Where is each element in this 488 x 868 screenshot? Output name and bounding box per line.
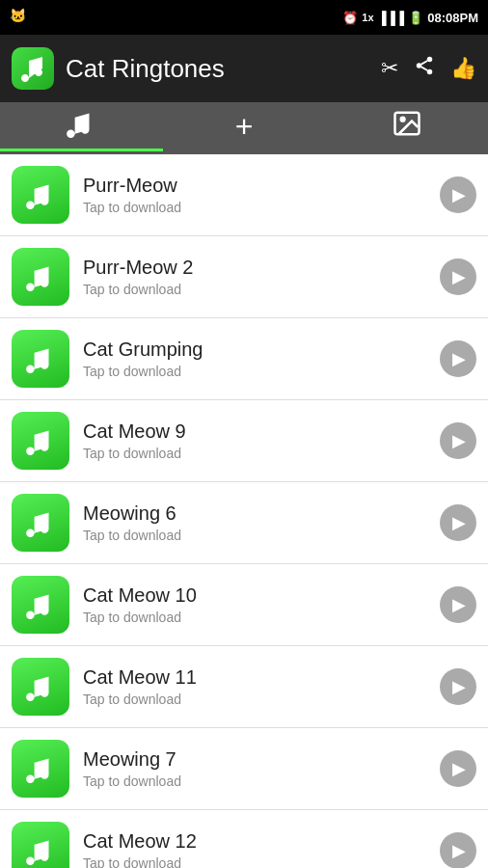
chevron-right-icon: ▶ — [452, 184, 466, 205]
item-title-8: Cat Meow 12 — [83, 830, 440, 853]
item-subtitle-5: Tap to download — [83, 610, 440, 625]
item-arrow-7[interactable]: ▶ — [440, 750, 476, 787]
svg-line-4 — [421, 61, 427, 65]
chevron-right-icon: ▶ — [452, 676, 466, 697]
svg-point-6 — [400, 118, 404, 122]
svg-point-0 — [427, 57, 433, 63]
item-subtitle-2: Tap to download — [83, 364, 440, 379]
item-arrow-3[interactable]: ▶ — [440, 422, 476, 459]
item-text-6: Cat Meow 11 Tap to download — [83, 666, 440, 707]
item-text-8: Cat Meow 12 Tap to download — [83, 830, 440, 868]
list-item[interactable]: Purr-Meow 2 Tap to download ▶ — [0, 236, 488, 318]
gallery-tab-icon — [393, 109, 421, 145]
chevron-right-icon: ▶ — [452, 266, 466, 287]
tab-bar: + — [0, 102, 488, 154]
svg-line-3 — [421, 67, 427, 70]
clock: 08:08PM — [427, 11, 478, 25]
item-title-6: Cat Meow 11 — [83, 666, 440, 689]
music-tab-icon — [65, 107, 97, 147]
item-title-3: Cat Meow 9 — [83, 420, 440, 443]
item-title-7: Meowing 7 — [83, 748, 440, 771]
app-bar: Cat Ringtones ✂ 👍 — [0, 35, 488, 102]
battery-icon: 🔋 — [408, 11, 423, 25]
item-subtitle-0: Tap to download — [83, 200, 440, 215]
item-text-2: Cat Grumping Tap to download — [83, 339, 440, 379]
item-text-3: Cat Meow 9 Tap to download — [83, 420, 440, 461]
item-subtitle-4: Tap to download — [83, 528, 440, 543]
item-icon-8 — [12, 822, 69, 868]
item-arrow-6[interactable]: ▶ — [440, 668, 476, 705]
alarm-icon: ⏰ — [342, 11, 358, 25]
list-item[interactable]: Meowing 6 Tap to download ▶ — [0, 482, 488, 564]
item-text-1: Purr-Meow 2 Tap to download — [83, 257, 440, 297]
item-subtitle-7: Tap to download — [83, 773, 440, 789]
item-icon-0 — [12, 166, 69, 224]
item-icon-2 — [12, 330, 69, 388]
share-button[interactable] — [414, 55, 435, 82]
list-item[interactable]: Meowing 7 Tap to download ▶ — [0, 728, 488, 810]
chevron-right-icon: ▶ — [452, 348, 466, 369]
list-item[interactable]: Cat Meow 12 Tap to download ▶ — [0, 810, 488, 868]
item-text-7: Meowing 7 Tap to download — [83, 748, 440, 789]
tab-music[interactable] — [0, 102, 163, 151]
item-title-0: Purr-Meow — [83, 175, 440, 197]
item-icon-3 — [12, 412, 69, 470]
list-item[interactable]: Purr-Meow Tap to download ▶ — [0, 154, 488, 236]
ringtone-list: Purr-Meow Tap to download ▶ Purr-Meow 2 … — [0, 154, 488, 868]
notification-icon: 🐱 — [10, 8, 26, 23]
item-icon-1 — [12, 248, 69, 306]
svg-point-1 — [417, 63, 422, 68]
item-text-5: Cat Meow 10 Tap to download — [83, 584, 440, 625]
item-arrow-4[interactable]: ▶ — [440, 504, 476, 541]
list-item[interactable]: Cat Meow 10 Tap to download ▶ — [0, 564, 488, 646]
scissors-button[interactable]: ✂ — [381, 56, 398, 81]
app-logo — [12, 47, 54, 90]
chevron-right-icon: ▶ — [452, 594, 466, 615]
item-icon-5 — [12, 576, 69, 634]
item-arrow-8[interactable]: ▶ — [440, 832, 476, 868]
item-title-1: Purr-Meow 2 — [83, 257, 440, 279]
chevron-right-icon: ▶ — [452, 840, 466, 861]
like-button[interactable]: 👍 — [450, 56, 476, 81]
item-subtitle-6: Tap to download — [83, 692, 440, 707]
list-item[interactable]: Cat Meow 11 Tap to download ▶ — [0, 646, 488, 728]
add-tab-icon: + — [235, 109, 254, 145]
item-arrow-5[interactable]: ▶ — [440, 586, 476, 623]
item-text-4: Meowing 6 Tap to download — [83, 502, 440, 543]
list-item[interactable]: Cat Meow 9 Tap to download ▶ — [0, 400, 488, 482]
tab-add[interactable]: + — [163, 102, 326, 151]
item-icon-4 — [12, 494, 69, 552]
item-icon-7 — [12, 740, 69, 798]
tab-gallery[interactable] — [325, 102, 488, 151]
chevron-right-icon: ▶ — [452, 758, 466, 779]
item-title-5: Cat Meow 10 — [83, 584, 440, 607]
item-subtitle-8: Tap to download — [83, 855, 440, 868]
item-icon-6 — [12, 658, 69, 716]
chevron-right-icon: ▶ — [452, 430, 466, 451]
svg-point-2 — [427, 69, 433, 75]
item-title-2: Cat Grumping — [83, 339, 440, 361]
item-arrow-2[interactable]: ▶ — [440, 340, 476, 377]
status-bar: 🐱 ⏰ 1x ▐▐▐ 🔋 08:08PM — [0, 0, 488, 35]
app-title: Cat Ringtones — [66, 54, 225, 84]
item-subtitle-1: Tap to download — [83, 282, 440, 297]
chevron-right-icon: ▶ — [452, 512, 466, 533]
item-arrow-1[interactable]: ▶ — [440, 258, 476, 295]
signal-bars: ▐▐▐ — [378, 11, 405, 25]
network-icon: 1x — [362, 12, 373, 23]
item-text-0: Purr-Meow Tap to download — [83, 175, 440, 215]
item-title-4: Meowing 6 — [83, 502, 440, 525]
item-subtitle-3: Tap to download — [83, 446, 440, 461]
item-arrow-0[interactable]: ▶ — [440, 176, 476, 213]
list-item[interactable]: Cat Grumping Tap to download ▶ — [0, 318, 488, 400]
